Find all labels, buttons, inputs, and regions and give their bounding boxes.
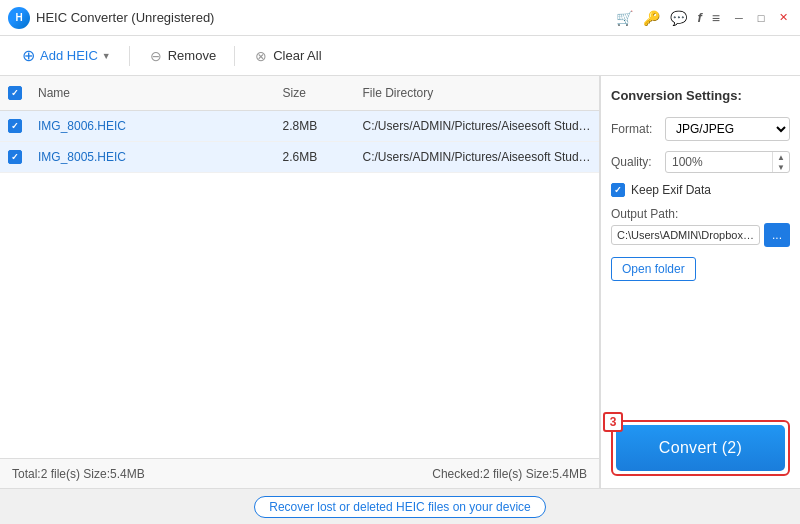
format-row: Format: JPG/JPEG PNG GIF BMP TIFF [611, 117, 790, 141]
add-heic-label: Add HEIC [40, 48, 98, 63]
clear-label: Clear All [273, 48, 321, 63]
cart-icon[interactable]: 🛒 [616, 10, 633, 26]
remove-label: Remove [168, 48, 216, 63]
output-path-value: C:\Users\ADMIN\Dropbox\PC\ [611, 225, 760, 245]
menu-icon[interactable]: ≡ [712, 10, 720, 26]
format-label: Format: [611, 122, 659, 136]
row2-name: IMG_8005.HEIC [30, 146, 275, 168]
row2-size: 2.6MB [275, 146, 355, 168]
key-icon[interactable]: 🔑 [643, 10, 660, 26]
table-header: Name Size File Directory [0, 76, 599, 111]
browse-button[interactable]: ... [764, 223, 790, 247]
convert-btn-wrapper: Convert (2) [611, 420, 790, 476]
row1-directory: C:/Users/ADMIN/Pictures/Aiseesoft Studio… [355, 115, 600, 137]
row1-name: IMG_8006.HEIC [30, 115, 275, 137]
window-controls: ─ □ ✕ [730, 9, 792, 27]
add-heic-button[interactable]: ⊕ Add HEIC ▼ [10, 44, 121, 68]
table-row[interactable]: IMG_8005.HEIC 2.6MB C:/Users/ADMIN/Pictu… [0, 142, 599, 173]
quality-label: Quality: [611, 155, 659, 169]
facebook-icon[interactable]: f [697, 10, 701, 25]
format-select[interactable]: JPG/JPEG PNG GIF BMP TIFF [665, 117, 790, 141]
open-folder-button[interactable]: Open folder [611, 257, 696, 281]
app-title: HEIC Converter (Unregistered) [36, 10, 616, 25]
row1-checkbox-cell [0, 115, 30, 137]
output-path-section: Output Path: C:\Users\ADMIN\Dropbox\PC\ … [611, 207, 790, 247]
main-area: Name Size File Directory IMG_8006.HEIC 2… [0, 76, 800, 488]
quality-down-arrow[interactable]: ▼ [773, 162, 789, 172]
maximize-button[interactable]: □ [752, 9, 770, 27]
quality-row: Quality: 100% ▲ ▼ [611, 151, 790, 173]
row1-checkbox[interactable] [8, 119, 22, 133]
recover-link[interactable]: Recover lost or deleted HEIC files on yo… [254, 496, 545, 518]
header-directory: File Directory [355, 82, 600, 104]
quality-up-arrow[interactable]: ▲ [773, 152, 789, 162]
status-bar: Total:2 file(s) Size:5.4MB Checked:2 fil… [0, 458, 599, 488]
output-path-row: C:\Users\ADMIN\Dropbox\PC\ ... [611, 223, 790, 247]
clear-icon: ⊗ [253, 48, 269, 64]
chat-icon[interactable]: 💬 [670, 10, 687, 26]
row1-size: 2.8MB [275, 115, 355, 137]
add-icon: ⊕ [20, 48, 36, 64]
exif-checkbox[interactable] [611, 183, 625, 197]
remove-button[interactable]: ⊖ Remove [138, 44, 226, 68]
file-panel: Name Size File Directory IMG_8006.HEIC 2… [0, 76, 600, 488]
minimize-button[interactable]: ─ [730, 9, 748, 27]
header-size: Size [275, 82, 355, 104]
convert-button[interactable]: Convert (2) [616, 425, 785, 471]
settings-panel: Conversion Settings: Format: JPG/JPEG PN… [600, 76, 800, 488]
settings-title: Conversion Settings: [611, 88, 790, 103]
total-status: Total:2 file(s) Size:5.4MB [12, 467, 145, 481]
toolbar: ⊕ Add HEIC ▼ ⊖ Remove ⊗ Clear All [0, 36, 800, 76]
quality-value: 100% [666, 152, 772, 172]
footer: Recover lost or deleted HEIC files on yo… [0, 488, 800, 524]
app-icon: H [8, 7, 30, 29]
clear-all-button[interactable]: ⊗ Clear All [243, 44, 331, 68]
row2-checkbox-cell [0, 146, 30, 168]
keep-exif-row: Keep Exif Data [611, 183, 790, 197]
toolbar-divider-2 [234, 46, 235, 66]
quality-arrows: ▲ ▼ [772, 152, 789, 172]
add-dropdown-arrow: ▼ [102, 51, 111, 61]
title-bar: H HEIC Converter (Unregistered) 🛒 🔑 💬 f … [0, 0, 800, 36]
quality-control: 100% ▲ ▼ [665, 151, 790, 173]
row2-directory: C:/Users/ADMIN/Pictures/Aiseesoft Studio… [355, 146, 600, 168]
table-body: IMG_8006.HEIC 2.8MB C:/Users/ADMIN/Pictu… [0, 111, 599, 458]
output-path-label: Output Path: [611, 207, 790, 221]
remove-icon: ⊖ [148, 48, 164, 64]
convert-section: 3 Convert (2) [611, 420, 790, 476]
header-checkbox-cell [0, 82, 30, 104]
header-name: Name [30, 82, 275, 104]
close-button[interactable]: ✕ [774, 9, 792, 27]
exif-label: Keep Exif Data [631, 183, 711, 197]
checked-status: Checked:2 file(s) Size:5.4MB [432, 467, 587, 481]
header-checkbox[interactable] [8, 86, 22, 100]
row2-checkbox[interactable] [8, 150, 22, 164]
step-badge: 3 [603, 412, 623, 432]
toolbar-divider-1 [129, 46, 130, 66]
table-row[interactable]: IMG_8006.HEIC 2.8MB C:/Users/ADMIN/Pictu… [0, 111, 599, 142]
